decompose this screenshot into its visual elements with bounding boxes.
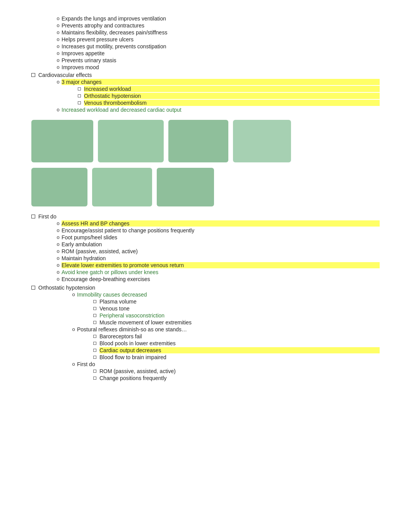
small-square-bullet-icon: [93, 342, 96, 345]
image-placeholder-5: [31, 168, 87, 206]
first-do-item-text: Maintain hydration: [62, 255, 380, 261]
image-placeholder-1: [31, 120, 93, 162]
small-square-bullet-icon: [93, 314, 96, 317]
first-do-list-item: o ROM (passive, assisted, active): [55, 248, 380, 254]
first-do-item-text: Elevate lower extremities to promote ven…: [62, 262, 380, 268]
ortho-first-do-item: o First do: [70, 361, 380, 367]
first-do-list-item: o Encourage deep-breathing exercises: [55, 276, 380, 282]
first-do-item-text: Encourage deep-breathing exercises: [62, 276, 380, 282]
image-placeholder-2: [98, 120, 164, 162]
sub-list-item-text: Peripheral vasoconstriction: [99, 312, 380, 319]
initial-list: o Expands the lungs and improves ventila…: [31, 15, 380, 70]
sub-list-item: Muscle movement of lower extremities: [93, 319, 380, 326]
bullet-o: o: [55, 276, 62, 282]
list-item-text: Improves mood: [62, 64, 380, 70]
bullet-o: o: [55, 234, 62, 240]
small-square-bullet-icon: [78, 94, 81, 97]
sub-list-item-text: Blood pools in lower extremities: [99, 340, 380, 346]
list-item-text: Expands the lungs and improves ventilati…: [62, 15, 380, 22]
sub-list-item-text: Baroreceptors fail: [99, 333, 380, 339]
immobility-causes-item: o Immobility causes decreased: [70, 292, 380, 298]
cardiovascular-section: Cardiovascular effects: [31, 72, 380, 78]
cardiovascular-item: Cardiovascular effects: [31, 72, 380, 78]
sub-list-item: Blood flow to brain impaired: [93, 354, 380, 360]
sub-list-item-text: Venous tone: [99, 305, 380, 312]
first-do-section: First do: [31, 213, 380, 220]
bullet-o: o: [55, 15, 62, 21]
bullet-o: o: [55, 107, 62, 113]
postural-reflexes-item: o Postural reflexes diminish-so as one s…: [70, 326, 380, 332]
bullet-o: o: [55, 64, 62, 70]
image-placeholder-7: [157, 168, 214, 206]
small-square-bullet-icon: [93, 370, 96, 373]
increased-workload-item: o Increased workload and decreased cardi…: [55, 107, 380, 113]
small-square-bullet-icon: [93, 356, 96, 359]
sub-list-item: Blood pools in lower extremities: [93, 340, 380, 346]
first-do-list: o Assess HR and BP changes o Encourage/a…: [31, 220, 380, 282]
sub-list-item: Increased workload: [78, 86, 380, 92]
sub-list-item: ROM (passive, assisted, active): [93, 368, 380, 374]
increased-workload-list: o Increased workload and decreased cardi…: [31, 107, 380, 113]
bullet-o: o: [55, 227, 62, 233]
first-do-title: First do: [38, 213, 380, 220]
list-item: o Helps prevent pressure ulcers: [55, 36, 380, 43]
first-do-list-item: o Maintain hydration: [55, 255, 380, 261]
square-bullet-icon: [31, 73, 35, 77]
first-do-item-text: Encourage/assist patient to change posit…: [62, 227, 380, 234]
image-placeholder-3: [168, 120, 228, 162]
sub-list-item: Orthostatic hypotension: [78, 93, 380, 99]
bullet-o: o: [55, 248, 62, 254]
first-do-list-item: o Assess HR and BP changes: [55, 220, 380, 227]
immobility-sub-list: Plasma volume Venous tone Peripheral vas…: [31, 298, 380, 326]
first-do-item-text: Assess HR and BP changes: [62, 220, 380, 227]
bullet-o: o: [55, 22, 62, 28]
sub-list-item: Cardiac output decreases: [93, 347, 380, 353]
sub-list-item-text: Cardiac output decreases: [99, 347, 380, 353]
list-item-text: Improves appetite: [62, 50, 380, 56]
ortho-first-do-label: First do: [77, 361, 380, 367]
image-placeholder-6: [92, 168, 152, 206]
postural-sub-list: Baroreceptors fail Blood pools in lower …: [31, 333, 380, 360]
small-square-bullet-icon: [93, 377, 96, 380]
first-do-list-item: o Encourage/assist patient to change pos…: [55, 227, 380, 234]
first-do-item: First do: [31, 213, 380, 220]
image-grid-top: [31, 120, 380, 162]
sub-list-item: Venous thromboembolism: [78, 100, 380, 106]
small-square-bullet-icon: [78, 87, 81, 90]
small-square-bullet-icon: [93, 349, 96, 352]
increased-workload-text: Increased workload and decreased cardiac…: [62, 107, 380, 113]
list-item: o Improves appetite: [55, 50, 380, 56]
sub-list-item-text: Plasma volume: [99, 298, 380, 305]
image-grid-bottom: [31, 168, 380, 206]
first-do-list-item: o Avoid knee gatch or pillows under knee…: [55, 269, 380, 275]
first-do-list-item: o Foot pumps/heel slides: [55, 234, 380, 240]
square-bullet-icon: [31, 215, 35, 218]
main-content: o Expands the lungs and improves ventila…: [31, 15, 380, 381]
small-square-bullet-icon: [78, 101, 81, 104]
sub-list-item-text: Venous thromboembolism: [84, 100, 380, 106]
list-item: o Prevents urinary stasis: [55, 57, 380, 63]
bullet-o: o: [55, 262, 62, 268]
sub-list-item-text: Blood flow to brain impaired: [99, 354, 380, 360]
small-square-bullet-icon: [93, 335, 96, 338]
sub-list-item-text: Orthostatic hypotension: [84, 93, 380, 99]
sub-list-item: Peripheral vasoconstriction: [93, 312, 380, 319]
bullet-o: o: [55, 269, 62, 275]
list-item: o Expands the lungs and improves ventila…: [55, 15, 380, 22]
sub-list-item-text: Muscle movement of lower extremities: [99, 319, 380, 326]
list-item: o Improves mood: [55, 64, 380, 70]
major-changes-label: 3 major changes: [62, 79, 380, 85]
cardiovascular-title: Cardiovascular effects: [38, 72, 380, 78]
bullet-o: o: [70, 326, 77, 332]
postural-reflexes-label: Postural reflexes diminish-so as one sta…: [77, 326, 380, 332]
bullet-o: o: [55, 255, 62, 261]
immobility-causes-label: Immobility causes decreased: [77, 292, 380, 298]
list-item-text: Increases gut motility, prevents constip…: [62, 43, 380, 49]
orthostatic-item: Orthostatic hypotension: [31, 285, 380, 291]
bullet-o: o: [55, 57, 62, 63]
bullet-o: o: [70, 292, 77, 297]
ortho-first-do-list: o First do: [31, 361, 380, 367]
bullet-o: o: [55, 43, 62, 49]
ortho-first-do-sub-list: ROM (passive, assisted, active) Change p…: [31, 368, 380, 381]
first-do-list-item: o Early ambulation: [55, 241, 380, 247]
